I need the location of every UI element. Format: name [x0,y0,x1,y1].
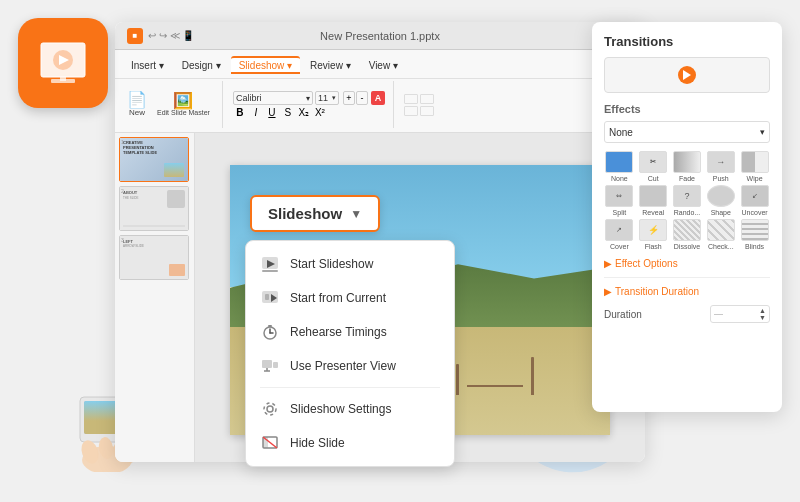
tab-view[interactable]: View ▾ [361,58,406,73]
underline-btn[interactable]: U [265,107,279,118]
menu-rehearse-timings-label: Rehearse Timings [290,325,387,339]
effects-dropdown[interactable]: None ▾ [604,121,770,143]
effect-cut[interactable]: ✂ Cut [638,151,669,182]
transition-preview [604,57,770,93]
slide-thumb-1[interactable]: CREATIVEPRESENTATIONTEMPLATE SLIDE 1 [119,137,189,182]
strikethrough-btn[interactable]: S [281,107,295,118]
play-triangle-icon [683,70,691,80]
menu-start-from-current-label: Start from Current [290,291,386,305]
increase-font-btn[interactable]: + [343,91,355,105]
effect-dissolve-label: Dissolve [674,243,700,250]
transition-duration-link[interactable]: ▶ Transition Duration [604,286,770,297]
svg-rect-8 [262,270,278,272]
toolbar-icons: ■ ↩ ↪ ≪ 📱 [127,28,194,44]
slideshow-button-container: Slideshow ▼ [250,195,380,232]
duration-up-btn[interactable]: ▲ [759,307,766,314]
subscript-btn[interactable]: X₂ [297,107,311,118]
menu-item-rehearse-timings[interactable]: Rehearse Timings [246,315,454,349]
bold-btn[interactable]: B [233,107,247,118]
slideshow-dropdown-menu: Start Slideshow Start from Current Rehea… [245,240,455,467]
slide-thumb-3[interactable]: LEFT ARROW SLIDE 3 [119,235,189,280]
effect-none-label: None [611,175,628,182]
ribbon-tools: 📄 New 🖼️ Edit Slide Master Calibri ▾ [115,78,645,130]
superscript-btn[interactable]: X² [313,107,327,118]
menu-item-hide-slide[interactable]: Hide Slide [246,426,454,460]
decrease-font-btn[interactable]: - [356,91,368,105]
tab-review[interactable]: Review ▾ [302,58,359,73]
slideshow-btn-label: Slideshow [268,205,342,222]
effects-grid: None ✂ Cut Fade → Push Wipe ⇔ Split Reve… [604,151,770,250]
italic-btn[interactable]: I [249,107,263,118]
menu-item-slideshow-settings[interactable]: Slideshow Settings [246,392,454,426]
svg-rect-5 [60,77,66,81]
menu-item-start-from-current[interactable]: Start from Current [246,281,454,315]
effect-random-label: Rando... [674,209,700,216]
transitions-panel: Transitions Effects None ▾ None ✂ Cut Fa… [592,22,782,412]
effect-none[interactable]: None [604,151,635,182]
font-size-controls: + - [343,91,368,105]
font-name-input[interactable]: Calibri ▾ [233,91,313,105]
font-size-input[interactable]: 11 ▾ [315,91,339,105]
effect-push-label: Push [713,175,729,182]
menu-item-start-slideshow[interactable]: Start Slideshow [246,247,454,281]
effect-cover-thumb: ↗ [605,219,633,241]
effect-shape[interactable]: Shape [705,185,736,216]
app-menu-icon[interactable]: ■ [127,28,143,44]
effect-push[interactable]: → Push [705,151,736,182]
tab-slideshow[interactable]: Slideshow ▾ [231,56,300,74]
effect-wipe-thumb [741,151,769,173]
duration-input[interactable]: — ▲ ▼ [710,305,770,323]
align-left-btn[interactable] [404,94,418,104]
effect-split[interactable]: ⇔ Split [604,185,635,216]
menu-item-presenter-view[interactable]: Use Presenter View [246,349,454,383]
effect-dissolve[interactable]: Dissolve [672,219,703,250]
effect-blinds-thumb [741,219,769,241]
effect-check-label: Check... [708,243,734,250]
edit-slide-master-btn[interactable]: 🖼️ Edit Slide Master [153,84,214,126]
edit-master-icon: 🖼️ [173,93,193,109]
effect-push-thumb: → [707,151,735,173]
effect-random[interactable]: ? Rando... [672,185,703,216]
effect-fade-label: Fade [679,175,695,182]
effect-reveal[interactable]: Reveal [638,185,669,216]
align-right-btn[interactable] [420,94,434,104]
menu-presenter-view-label: Use Presenter View [290,359,396,373]
preview-play-btn[interactable] [678,66,696,84]
svg-point-20 [267,406,273,412]
effect-wipe[interactable]: Wipe [739,151,770,182]
text-color-btn[interactable]: A [371,91,385,105]
effect-reveal-label: Reveal [642,209,664,216]
effect-flash[interactable]: ⚡ Flash [638,219,669,250]
effect-uncover[interactable]: ↙ Uncover [739,185,770,216]
justify-btn[interactable] [420,106,434,116]
font-name-row: Calibri ▾ 11 ▾ + - A [233,91,385,105]
effect-cover[interactable]: ↗ Cover [604,219,635,250]
font-controls: Calibri ▾ 11 ▾ + - A [233,91,385,118]
align-center-btn[interactable] [404,106,418,116]
effect-uncover-thumb: ↙ [741,185,769,207]
effect-options-link[interactable]: ▶ Effect Options [604,258,770,269]
effect-check-thumb [707,219,735,241]
duration-down-btn[interactable]: ▼ [759,314,766,321]
hide-slide-icon [260,433,280,453]
slideshow-btn-arrow: ▼ [350,207,362,221]
duration-row: Duration — ▲ ▼ [604,305,770,323]
new-slide-btn[interactable]: 📄 New [123,84,151,126]
tab-design[interactable]: Design ▾ [174,58,229,73]
effect-cover-label: Cover [610,243,629,250]
play-icon [260,254,280,274]
format-buttons: B I U S X₂ X² [233,107,327,118]
effect-flash-thumb: ⚡ [639,219,667,241]
tab-insert[interactable]: Insert ▾ [123,58,172,73]
paragraph-group [398,94,434,116]
duration-label: Duration [604,309,642,320]
effect-fade[interactable]: Fade [672,151,703,182]
new-slide-icon: 📄 [127,92,147,108]
slide-thumb-2[interactable]: ABOUT THE SLIDE 2 [119,186,189,231]
effect-check[interactable]: Check... [705,219,736,250]
slideshow-dropdown-btn[interactable]: Slideshow ▼ [250,195,380,232]
settings-icon [260,399,280,419]
panel-divider [604,277,770,278]
effect-blinds[interactable]: Blinds [739,219,770,250]
effect-dissolve-thumb [673,219,701,241]
